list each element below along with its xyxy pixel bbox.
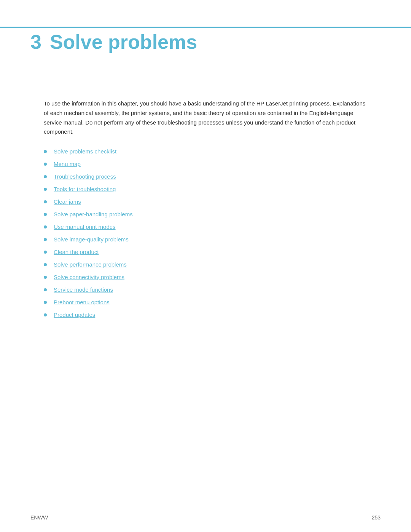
bullet-icon — [44, 200, 47, 203]
footer: ENWW 253 — [0, 514, 411, 521]
toc-link-11[interactable]: Service mode functions — [54, 286, 113, 293]
bullet-icon — [44, 238, 47, 241]
list-item: Solve paper-handling problems — [44, 211, 367, 217]
toc-link-13[interactable]: Product updates — [54, 312, 95, 318]
bullet-icon — [44, 225, 47, 228]
list-item: Solve performance problems — [44, 261, 367, 268]
bullet-icon — [44, 263, 47, 266]
toc-link-10[interactable]: Solve connectivity problems — [54, 274, 124, 280]
footer-right: 253 — [372, 514, 381, 521]
toc-link-4[interactable]: Clear jams — [54, 198, 81, 205]
top-rule — [0, 27, 411, 28]
toc-link-0[interactable]: Solve problems checklist — [54, 148, 116, 155]
bullet-icon — [44, 251, 47, 254]
list-item: Service mode functions — [44, 286, 367, 293]
chapter-number: 3 — [30, 30, 41, 53]
toc-link-8[interactable]: Clean the product — [54, 249, 99, 255]
page-container: 3 Solve problems To use the information … — [0, 4, 411, 532]
chapter-header: 3 Solve problems — [0, 4, 411, 53]
chapter-title: Solve problems — [50, 30, 197, 53]
intro-paragraph: To use the information in this chapter, … — [44, 99, 367, 137]
content-area: To use the information in this chapter, … — [0, 99, 411, 318]
toc-link-2[interactable]: Troubleshooting process — [54, 173, 116, 180]
toc-link-1[interactable]: Menu map — [54, 161, 81, 167]
list-item: Menu map — [44, 161, 367, 167]
list-item: Solve image-quality problems — [44, 236, 367, 243]
list-item: Preboot menu options — [44, 299, 367, 305]
bullet-icon — [44, 276, 47, 279]
bullet-icon — [44, 213, 47, 216]
footer-left: ENWW — [30, 514, 48, 521]
toc-list: Solve problems checklistMenu mapTroubles… — [44, 148, 367, 318]
toc-link-9[interactable]: Solve performance problems — [54, 261, 127, 268]
bullet-icon — [44, 313, 47, 316]
toc-link-5[interactable]: Solve paper-handling problems — [54, 211, 133, 217]
toc-link-3[interactable]: Tools for troubleshooting — [54, 186, 116, 192]
toc-link-7[interactable]: Solve image-quality problems — [54, 236, 129, 243]
toc-link-6[interactable]: Use manual print modes — [54, 224, 116, 230]
list-item: Product updates — [44, 312, 367, 318]
list-item: Clear jams — [44, 198, 367, 205]
toc-link-12[interactable]: Preboot menu options — [54, 299, 110, 305]
list-item: Use manual print modes — [44, 224, 367, 230]
list-item: Solve problems checklist — [44, 148, 367, 155]
list-item: Clean the product — [44, 249, 367, 255]
bullet-icon — [44, 163, 47, 166]
bullet-icon — [44, 188, 47, 191]
list-item: Tools for troubleshooting — [44, 186, 367, 192]
bullet-icon — [44, 301, 47, 304]
list-item: Solve connectivity problems — [44, 274, 367, 280]
bullet-icon — [44, 150, 47, 153]
list-item: Troubleshooting process — [44, 173, 367, 180]
bullet-icon — [44, 175, 47, 178]
bullet-icon — [44, 288, 47, 291]
